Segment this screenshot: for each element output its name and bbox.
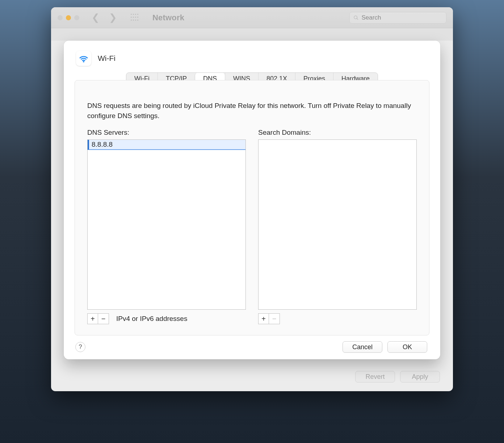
remove-domain-button: − — [269, 313, 280, 324]
private-relay-info: DNS requests are being routed by iCloud … — [87, 101, 417, 121]
add-domain-button[interactable]: + — [258, 313, 269, 324]
address-hint: IPv4 or IPv6 addresses — [116, 315, 187, 323]
list-item[interactable]: 8.8.8.8 — [88, 140, 245, 150]
advanced-sheet: Wi-Fi Wi-FiTCP/IPDNSWINS802.1XProxiesHar… — [64, 41, 440, 359]
nav-arrows: ❮ ❯ — [90, 12, 118, 23]
sheet-footer: ? Cancel OK — [75, 335, 429, 353]
search-domains-label: Search Domains: — [258, 129, 417, 137]
cancel-button[interactable]: Cancel — [343, 341, 382, 353]
search-domains-column: Search Domains: + − — [258, 129, 417, 324]
domains-footer: + − — [258, 313, 417, 324]
search-domains-list[interactable] — [258, 139, 417, 310]
system-preferences-window: ❮ ❯ Network Revert Apply Wi-Fi Wi-FiTCP/… — [51, 7, 453, 391]
lists-row: DNS Servers: 8.8.8.8 + − IPv4 or IPv6 ad… — [87, 129, 417, 324]
dns-servers-list[interactable]: 8.8.8.8 — [87, 139, 246, 310]
help-button[interactable]: ? — [75, 342, 85, 352]
remove-dns-button[interactable]: − — [98, 313, 109, 324]
back-icon[interactable]: ❮ — [90, 12, 101, 23]
revert-button: Revert — [355, 371, 395, 383]
search-icon — [353, 15, 359, 21]
zoom-dot[interactable] — [74, 15, 79, 20]
dns-column: DNS Servers: 8.8.8.8 + − IPv4 or IPv6 ad… — [87, 129, 246, 324]
dns-servers-label: DNS Servers: — [87, 129, 246, 137]
traffic-lights — [58, 15, 79, 20]
dns-footer: + − IPv4 or IPv6 addresses — [87, 313, 246, 324]
show-all-icon[interactable] — [131, 14, 139, 22]
minimize-dot[interactable] — [66, 15, 71, 20]
apply-button: Apply — [400, 371, 440, 383]
wifi-icon — [76, 51, 91, 66]
search-input[interactable] — [362, 14, 442, 21]
ok-button[interactable]: OK — [387, 341, 427, 353]
dns-panel: DNS requests are being routed by iCloud … — [75, 80, 429, 335]
close-dot[interactable] — [58, 15, 63, 20]
sheet-header: Wi-Fi — [75, 50, 429, 72]
add-dns-button[interactable]: + — [87, 313, 98, 324]
background-footer: Revert Apply — [355, 371, 440, 383]
forward-icon[interactable]: ❯ — [108, 12, 118, 23]
sheet-title: Wi-Fi — [98, 54, 116, 63]
titlebar: ❮ ❯ Network — [51, 7, 453, 28]
window-title: Network — [152, 13, 184, 22]
search-field[interactable] — [349, 12, 446, 24]
